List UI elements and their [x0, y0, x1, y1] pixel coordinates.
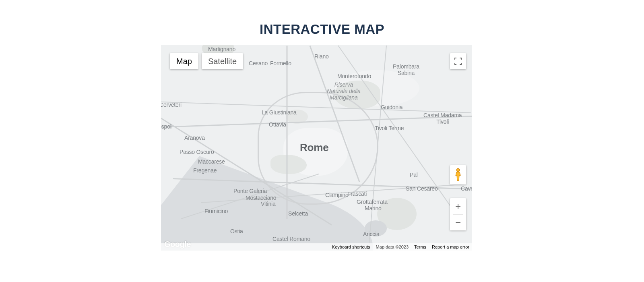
map-type-satellite-button[interactable]: Satellite: [202, 53, 243, 69]
map-label: Tivoli Terme: [375, 125, 404, 131]
map-label: Frascati: [347, 191, 367, 197]
map-label: Monterotondo: [337, 73, 371, 79]
map-type-map-button[interactable]: Map: [170, 53, 198, 69]
map-label: Guidonia: [381, 104, 402, 110]
map-label: Passo Oscuro: [180, 149, 214, 155]
map-label: Ponte Galeria: [233, 188, 267, 194]
map-label: Ariccia: [363, 231, 380, 237]
pegman-icon: [454, 168, 462, 182]
map-label: Vitinia: [261, 201, 275, 207]
map-label: Fiumicino: [204, 208, 228, 214]
fullscreen-icon: [454, 58, 462, 65]
map-label: Riano: [314, 53, 329, 60]
road-line: [287, 46, 288, 219]
map-label: Marino: [365, 205, 382, 212]
map-label: Pal: [410, 172, 418, 178]
map-footer: Keyboard shortcuts Map data ©2023 Terms …: [161, 243, 472, 251]
map-label: Aranova: [184, 135, 205, 141]
zoom-out-button[interactable]: −: [450, 215, 466, 231]
map-label: PalombaraSabina: [393, 63, 419, 76]
map-label: La Giustiniana: [262, 109, 297, 116]
map-label: Cesano: [249, 60, 268, 66]
map-label: San Cesareo: [406, 185, 438, 192]
map-label: lispoli: [161, 123, 173, 130]
map-label: Cerveteri: [161, 102, 182, 108]
map-label: Ottavia: [269, 121, 286, 128]
map-label-reserve: RiservaNaturale dellaMarcigliana: [327, 81, 361, 101]
svg-point-0: [456, 168, 460, 172]
page-title: INTERACTIVE MAP: [0, 0, 644, 37]
map-label: Fregenae: [193, 167, 217, 174]
zoom-in-button[interactable]: +: [450, 198, 466, 214]
plus-icon: +: [455, 201, 461, 212]
map-label: Formello: [270, 60, 291, 66]
map-label: Grottaferrata: [357, 199, 388, 205]
map-label: Selcetta: [288, 210, 308, 217]
street-view-pegman-button[interactable]: [450, 165, 466, 185]
map-type-control: Map Satellite: [170, 53, 243, 69]
terms-link[interactable]: Terms: [414, 245, 426, 249]
map-label: Martignano: [208, 46, 235, 52]
minus-icon: −: [455, 217, 461, 228]
fullscreen-button[interactable]: [450, 53, 466, 69]
map-label: Ostia: [230, 228, 243, 234]
map-container: Rome RiservaNaturale dellaMarcigliana Ma…: [161, 45, 472, 251]
map-label: Castel Romano: [272, 236, 310, 242]
report-error-link[interactable]: Report a map error: [432, 245, 469, 249]
map-label: Castel MadamaTivoli: [423, 112, 462, 125]
map-label: Mostacciano: [246, 195, 276, 201]
map-label: Maccarese: [198, 158, 225, 165]
keyboard-shortcuts-link[interactable]: Keyboard shortcuts: [332, 245, 370, 249]
map-label: Cave: [461, 185, 472, 192]
map-canvas[interactable]: Rome RiservaNaturale dellaMarcigliana Ma…: [161, 45, 472, 251]
map-label-city: Rome: [300, 141, 328, 154]
map-attribution: Map data ©2023: [376, 245, 409, 249]
zoom-control: + −: [450, 198, 466, 230]
map-label: Ciampino: [325, 192, 349, 198]
